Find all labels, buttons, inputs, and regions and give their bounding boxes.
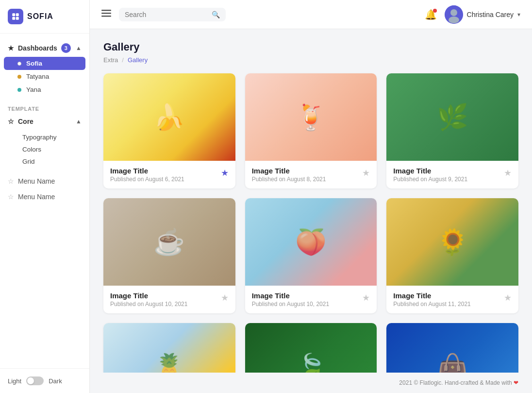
star-icon-core: ☆ xyxy=(8,118,14,125)
card-title: Image Title xyxy=(110,167,184,175)
search-icon: 🔍 xyxy=(212,11,220,18)
sidebar: SOFIA ★ Dashboards 3 ▲ Sofia Tatyana xyxy=(0,0,90,393)
sidebar-item-yana[interactable]: Yana xyxy=(4,83,85,96)
star-icon: ★ xyxy=(8,44,14,52)
card-title: Image Title xyxy=(252,167,326,175)
sidebar-item-colors[interactable]: Colors xyxy=(17,143,82,155)
gallery-card: 🌿 Image Title Published on August 9, 202… xyxy=(386,73,518,188)
card-image: 🍌 xyxy=(103,73,235,161)
card-image: 👜 xyxy=(386,323,518,373)
card-image: 🍹 xyxy=(245,73,377,161)
user-menu[interactable]: Christina Carey ▾ xyxy=(445,5,520,24)
topbar-left: 🔍 xyxy=(101,8,226,21)
hamburger-icon[interactable] xyxy=(101,8,111,20)
search-input[interactable] xyxy=(125,11,208,18)
star-icon-menu2: ☆ xyxy=(8,193,14,201)
sidebar-item-grid[interactable]: Grid xyxy=(17,155,82,168)
light-label: Light xyxy=(8,377,21,385)
favorite-button[interactable]: ★ xyxy=(504,292,512,303)
card-body: Image Title Published on August 11, 2021… xyxy=(386,286,518,313)
page-footer: 2021 © Flatlogic. Hand-crafted & Made wi… xyxy=(90,373,532,393)
card-info: Image Title Published on August 10, 2021 xyxy=(110,291,187,308)
card-info: Image Title Published on August 11, 2021 xyxy=(393,291,470,308)
card-date: Published on August 9, 2021 xyxy=(393,176,467,183)
dot-icon xyxy=(17,62,21,66)
card-date: Published on August 11, 2021 xyxy=(393,301,470,308)
card-title: Image Title xyxy=(393,167,467,175)
favorite-button[interactable]: ★ xyxy=(504,168,512,178)
card-image: 🍑 xyxy=(245,198,377,286)
favorite-button[interactable]: ★ xyxy=(362,168,370,178)
sidebar-footer: Light Dark xyxy=(0,368,89,393)
template-label: TEMPLATE xyxy=(0,100,89,114)
favorite-button[interactable]: ★ xyxy=(221,292,229,303)
svg-rect-5 xyxy=(101,13,111,14)
svg-rect-3 xyxy=(16,17,19,20)
sidebar-item-yana-label: Yana xyxy=(26,86,41,93)
gallery-card: 🍑 Image Title Published on August 10, 20… xyxy=(245,198,377,313)
card-info: Image Title Published on August 6, 2021 xyxy=(110,167,184,183)
favorite-button[interactable]: ★ xyxy=(362,292,370,303)
breadcrumb-current: Gallery xyxy=(128,56,148,64)
page-title: Gallery xyxy=(103,41,518,53)
topbar: 🔍 🔔 Christina Carey ▾ xyxy=(90,0,532,29)
sidebar-item-menu2[interactable]: ☆ Menu Name xyxy=(0,189,89,205)
sidebar-item-menu1[interactable]: ☆ Menu Name xyxy=(0,173,89,189)
card-title: Image Title xyxy=(393,291,470,300)
sidebar-item-sofia-label: Sofia xyxy=(26,60,42,67)
gallery-card: ☕ Image Title Published on August 10, 20… xyxy=(103,198,235,313)
star-icon-menu1: ☆ xyxy=(8,177,14,185)
card-image: 🌿 xyxy=(386,73,518,161)
card-image: 🌻 xyxy=(386,198,518,286)
card-body: Image Title Published on August 10, 2021… xyxy=(245,286,377,313)
logo-icon xyxy=(8,9,23,24)
menu1-label: Menu Name xyxy=(18,177,55,185)
svg-rect-0 xyxy=(12,13,15,16)
svg-rect-1 xyxy=(16,13,19,16)
gallery-grid: 🍌 Image Title Published on August 6, 202… xyxy=(103,73,518,373)
card-info: Image Title Published on August 8, 2021 xyxy=(252,167,326,183)
sidebar-item-typography[interactable]: Typography xyxy=(17,131,82,143)
core-header[interactable]: ☆ Core ▲ xyxy=(0,114,89,129)
svg-rect-4 xyxy=(101,10,111,11)
core-sub-items: Typography Colors Grid xyxy=(0,129,89,170)
card-image: ☕ xyxy=(103,198,235,286)
topbar-right: 🔔 Christina Carey ▾ xyxy=(425,5,520,24)
card-date: Published on August 10, 2021 xyxy=(252,301,329,308)
sidebar-item-sofia[interactable]: Sofia xyxy=(4,57,85,70)
logo-text: SOFIA xyxy=(27,12,53,21)
svg-point-8 xyxy=(450,9,457,16)
dashboards-section: ★ Dashboards 3 ▲ Sofia Tatyana Yana xyxy=(0,39,89,96)
avatar xyxy=(445,5,463,24)
chevron-up-icon-core: ▲ xyxy=(76,118,82,125)
breadcrumb-separator: / xyxy=(122,56,124,64)
user-name: Christina Carey xyxy=(467,11,514,18)
dashboards-label: Dashboards xyxy=(18,44,57,52)
search-box[interactable]: 🔍 xyxy=(119,8,226,21)
dashboards-header[interactable]: ★ Dashboards 3 ▲ xyxy=(0,39,89,57)
gallery-card: 🍃 Image Title Published on August 13, 20… xyxy=(245,323,377,373)
gallery-card: 🍌 Image Title Published on August 6, 202… xyxy=(103,73,235,188)
sidebar-item-tatyana[interactable]: Tatyana xyxy=(4,70,85,83)
colors-label: Colors xyxy=(22,146,41,153)
logo[interactable]: SOFIA xyxy=(0,0,89,34)
favorite-button[interactable]: ★ xyxy=(221,168,229,178)
footer-text: 2021 © Flatlogic. Hand-crafted & Made wi… xyxy=(399,379,512,386)
card-body: Image Title Published on August 9, 2021 … xyxy=(386,161,518,188)
gallery-card: 🍹 Image Title Published on August 8, 202… xyxy=(245,73,377,188)
svg-rect-2 xyxy=(12,17,15,20)
card-body: Image Title Published on August 8, 2021 … xyxy=(245,161,377,188)
gallery-card: 🍍 Image Title Published on August 12, 20… xyxy=(103,323,235,373)
card-title: Image Title xyxy=(110,291,187,300)
chevron-up-icon: ▲ xyxy=(76,45,82,51)
dot-icon xyxy=(17,75,21,79)
card-info: Image Title Published on August 9, 2021 xyxy=(393,167,467,183)
chevron-down-icon: ▾ xyxy=(517,11,520,18)
card-info: Image Title Published on August 10, 2021 xyxy=(252,291,329,308)
theme-toggle[interactable] xyxy=(26,376,44,385)
core-label: Core xyxy=(18,118,33,125)
notification-bell[interactable]: 🔔 xyxy=(425,9,437,20)
dashboards-badge: 3 xyxy=(61,43,71,53)
card-image: 🍃 xyxy=(245,323,377,373)
svg-rect-6 xyxy=(101,16,111,17)
